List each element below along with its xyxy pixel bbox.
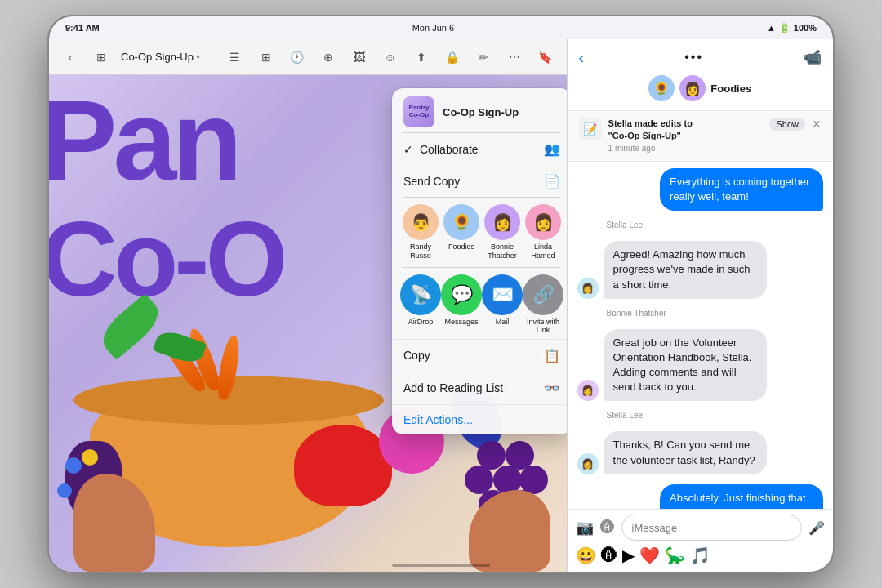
bubble-3: Great job on the Volunteer Orientation H…	[604, 329, 767, 402]
emoji-3[interactable]: ❤️	[639, 546, 660, 565]
share-button[interactable]: ⬆	[410, 46, 433, 69]
more-button[interactable]: ⋯	[503, 46, 526, 69]
pages-toolbar: ‹ ⊞ Co-Op Sign-Up ▾ ☰ ⊞ 🕐 ⊕ 🖼 ☺ ⬆ 🔒 ✏	[49, 39, 567, 75]
reading-list-option[interactable]: Add to Reading List 👓	[392, 372, 567, 404]
reading-list-label: Add to Reading List	[403, 381, 503, 394]
apps-row: 📡 AirDrop 💬 Messages ✉️ Mail 🔗	[392, 268, 567, 339]
blue-circle-1	[65, 457, 82, 474]
contact-name-randy: RandyRusso	[410, 243, 431, 261]
message-3: 👩 Great job on the Volunteer Orientation…	[577, 329, 823, 402]
contact-linda[interactable]: 👩 LindaHamed	[525, 204, 561, 261]
contact-avatar-foodies: 🌻	[443, 204, 479, 240]
avatar-bonnie-1: 👩	[577, 380, 599, 401]
edit-actions-option[interactable]: Edit Actions...	[392, 404, 567, 434]
contact-randy[interactable]: 👨 RandyRusso	[403, 204, 439, 261]
input-row: 📷 🅐 🎤	[576, 514, 825, 541]
notif-close-button[interactable]: ✕	[812, 118, 822, 131]
emoji-4[interactable]: 🦕	[665, 546, 685, 565]
emoji-1[interactable]: 😀	[576, 546, 596, 565]
messages-list: Everything is coming together really wel…	[568, 162, 833, 509]
lock-button[interactable]: 🔒	[441, 46, 464, 69]
bubble-4: Thanks, B! Can you send me the volunteer…	[604, 431, 767, 474]
sender-stella-1: Stella Lee	[577, 220, 823, 229]
pen-button[interactable]: ✏	[472, 46, 495, 69]
bubble-1: Everything is coming together really wel…	[660, 168, 823, 211]
copy-icon: 📋	[544, 348, 560, 363]
contact-foodies[interactable]: 🌻 Foodies	[443, 204, 479, 261]
contact-avatar-linda: 👩	[525, 204, 561, 240]
emoji-2[interactable]: ▶	[622, 546, 635, 565]
airdrop-option[interactable]: 📡 AirDrop	[400, 274, 441, 334]
emoji-appstore[interactable]: 🅐	[601, 546, 617, 565]
message-4: 👩 Thanks, B! Can you send me the volunte…	[577, 431, 823, 474]
share-sheet-header: PantryCo-Op Co-Op Sign-Up	[392, 88, 567, 132]
mail-label: Mail	[496, 318, 510, 326]
messages-nav: ‹ ••• 📹	[568, 39, 833, 75]
history-button[interactable]: 🕐	[286, 46, 309, 69]
video-call-button[interactable]: 📹	[804, 48, 822, 66]
emoji-button[interactable]: ☺	[379, 46, 402, 69]
back-button[interactable]: ‹	[59, 46, 82, 69]
message-5: Absolutely. Just finishing that up and w…	[577, 484, 823, 509]
notif-content: Stella made edits to"Co-Op Sign-Up" 1 mi…	[608, 118, 764, 154]
insert-button[interactable]: ⊕	[317, 46, 340, 69]
contacts-row: 👨 RandyRusso 🌻 Foodies 👩 BonnieThatcher	[392, 198, 567, 267]
document-icon: 📄	[544, 173, 560, 189]
mail-option[interactable]: ✉️ Mail	[482, 274, 523, 334]
share-sheet: PantryCo-Op Co-Op Sign-Up ✓ Collaborate …	[392, 88, 567, 434]
group-avatar-1: 🌻	[648, 75, 675, 101]
collaborate-label: Collaborate	[420, 143, 479, 156]
ipad-screen: 9:41 AM Mon Jun 6 ▲ 🔋 100% ‹ ⊞ Co-Op Sig…	[49, 16, 833, 572]
contact-name-bonnie: BonnieThatcher	[488, 243, 517, 261]
group-name: Foodies	[710, 82, 751, 95]
contact-bonnie[interactable]: 👩 BonnieThatcher	[484, 204, 520, 261]
battery-level: 100%	[794, 23, 817, 33]
people-icon: 👥	[544, 141, 560, 157]
invite-link-option[interactable]: 🔗 Invite withLink	[523, 274, 564, 334]
status-date: Mon Jun 6	[412, 23, 454, 33]
messages-back-button[interactable]: ‹	[579, 48, 585, 67]
main-content: ‹ ⊞ Co-Op Sign-Up ▾ ☰ ⊞ 🕐 ⊕ 🖼 ☺ ⬆ 🔒 ✏	[49, 16, 833, 572]
checkmark-icon: ✓	[403, 143, 413, 156]
messages-options[interactable]: •••	[684, 50, 703, 65]
emoji-5[interactable]: 🎵	[690, 546, 710, 565]
notif-show-button[interactable]: Show	[769, 118, 805, 131]
bookmark-button[interactable]: 🔖	[534, 46, 557, 69]
share-doc-icon: PantryCo-Op	[403, 96, 434, 127]
imessage-input[interactable]	[621, 514, 802, 541]
status-bar: 9:41 AM Mon Jun 6 ▲ 🔋 100%	[49, 16, 833, 39]
invite-link-label: Invite withLink	[527, 318, 559, 334]
notif-time: 1 minute ago	[608, 143, 764, 154]
message-2: 👩 Agreed! Amazing how much progress we'v…	[577, 241, 823, 299]
contact-avatar-randy: 👨	[403, 204, 439, 240]
copy-option[interactable]: Copy 📋	[392, 339, 567, 372]
camera-button[interactable]: 📷	[576, 519, 594, 537]
messages-input-bar: 📷 🅐 🎤 😀 🅐 ▶ ❤️ 🦕 🎵	[568, 509, 833, 572]
collaborate-option[interactable]: ✓ Collaborate 👥	[392, 133, 567, 165]
airdrop-label: AirDrop	[408, 318, 434, 326]
status-time: 9:41 AM	[65, 23, 100, 33]
messages-icon: 💬	[441, 274, 482, 315]
send-copy-option[interactable]: Send Copy 📄	[392, 165, 567, 197]
share-sheet-title: Co-Op Sign-Up	[443, 106, 519, 118]
sidebar-button[interactable]: ⊞	[90, 46, 113, 69]
document-title: Co-Op Sign-Up ▾	[121, 51, 200, 63]
notif-pages-icon: 📝	[579, 118, 602, 140]
mic-button[interactable]: 🎤	[808, 520, 825, 536]
status-indicators: ▲ 🔋 100%	[767, 23, 817, 33]
avatar-stella-2: 👩	[577, 453, 599, 474]
contact-name-linda: LindaHamed	[531, 243, 555, 261]
contact-avatar-bonnie: 👩	[484, 204, 520, 240]
pan-text: Pan	[49, 83, 238, 198]
table-button[interactable]: ⊞	[255, 46, 278, 69]
messages-option[interactable]: 💬 Messages	[441, 274, 482, 334]
list-view-button[interactable]: ☰	[224, 46, 247, 69]
ipad-frame: 9:41 AM Mon Jun 6 ▲ 🔋 100% ‹ ⊞ Co-Op Sig…	[49, 16, 833, 572]
apps-button[interactable]: 🅐	[600, 519, 615, 537]
yellow-circle	[82, 449, 98, 466]
contact-name-foodies: Foodies	[448, 243, 474, 252]
emoji-bar: 😀 🅐 ▶ ❤️ 🦕 🎵	[576, 541, 825, 567]
mail-icon: ✉️	[482, 274, 523, 315]
image-button[interactable]: 🖼	[348, 46, 371, 69]
sender-stella-2: Stella Lee	[577, 411, 823, 420]
